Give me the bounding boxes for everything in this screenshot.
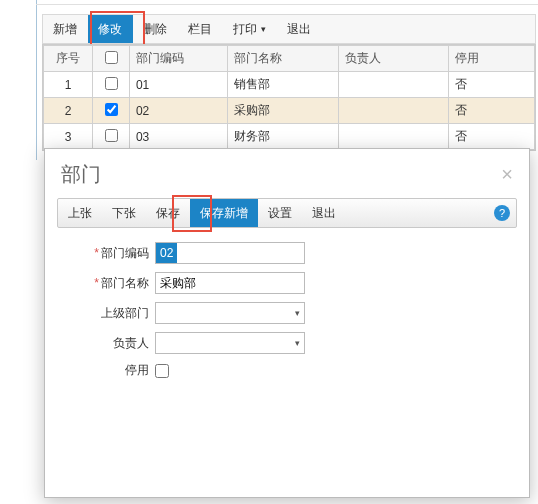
table-row[interactable]: 1 01 销售部 否: [44, 72, 535, 98]
toolbar-column-button[interactable]: 栏目: [178, 15, 223, 43]
dialog-toolbar: 上张 下张 保存 保存新增 设置 退出 ?: [57, 198, 517, 228]
cell-seq: 2: [44, 98, 93, 124]
help-icon[interactable]: ?: [494, 205, 510, 221]
select-all-checkbox[interactable]: [105, 51, 118, 64]
dialog-settings-button[interactable]: 设置: [258, 199, 302, 227]
cell-owner: [338, 72, 448, 98]
cell-disabled: 否: [449, 124, 535, 150]
owner-select[interactable]: ▾: [155, 332, 305, 354]
close-icon[interactable]: ×: [501, 163, 513, 186]
cell-name: 销售部: [228, 72, 338, 98]
table-row[interactable]: 2 02 采购部 否: [44, 98, 535, 124]
chevron-down-icon: ▾: [295, 308, 300, 318]
cell-disabled: 否: [449, 98, 535, 124]
dialog-save-new-button[interactable]: 保存新增: [190, 199, 258, 227]
cell-owner: [338, 98, 448, 124]
row-checkbox[interactable]: [105, 77, 118, 90]
dialog-exit-button[interactable]: 退出: [302, 199, 346, 227]
toolbar-delete-button[interactable]: 删除: [133, 15, 178, 43]
toolbar-add-button[interactable]: 新增: [43, 15, 88, 43]
chevron-down-icon: ▾: [295, 338, 300, 348]
col-disabled[interactable]: 停用: [449, 46, 535, 72]
toolbar-edit-button[interactable]: 修改: [88, 15, 133, 43]
col-name[interactable]: 部门名称: [228, 46, 338, 72]
col-owner[interactable]: 负责人: [338, 46, 448, 72]
code-input-value: 02: [156, 243, 177, 263]
cell-code: 03: [129, 124, 227, 150]
cell-seq: 3: [44, 124, 93, 150]
code-label: 部门编码: [101, 246, 149, 260]
department-form: *部门编码 02 *部门名称 上级部门 ▾ 负责人 ▾ 停用: [45, 228, 529, 401]
disabled-label: 停用: [125, 363, 149, 377]
parent-label: 上级部门: [101, 306, 149, 320]
cell-seq: 1: [44, 72, 93, 98]
department-dialog: 部门 × 上张 下张 保存 保存新增 设置 退出 ? *部门编码 02 *部门名…: [44, 148, 530, 498]
table-row[interactable]: 3 03 财务部 否: [44, 124, 535, 150]
cell-code: 01: [129, 72, 227, 98]
cell-name: 财务部: [228, 124, 338, 150]
main-toolbar: 新增 修改 删除 栏目 打印 ▾ 退出: [42, 14, 536, 44]
toolbar-exit-button[interactable]: 退出: [277, 15, 322, 43]
cell-code: 02: [129, 98, 227, 124]
cell-owner: [338, 124, 448, 150]
parent-select[interactable]: ▾: [155, 302, 305, 324]
col-code[interactable]: 部门编码: [129, 46, 227, 72]
cell-name: 采购部: [228, 98, 338, 124]
col-checkbox[interactable]: [93, 46, 130, 72]
code-input-wrapper[interactable]: 02: [155, 242, 305, 264]
owner-label: 负责人: [113, 336, 149, 350]
dialog-next-button[interactable]: 下张: [102, 199, 146, 227]
name-input[interactable]: [155, 272, 305, 294]
dialog-prev-button[interactable]: 上张: [58, 199, 102, 227]
row-checkbox[interactable]: [105, 103, 118, 116]
toolbar-print-label: 打印: [233, 21, 257, 38]
toolbar-print-button[interactable]: 打印 ▾: [223, 15, 277, 43]
row-checkbox[interactable]: [105, 129, 118, 142]
dialog-save-button[interactable]: 保存: [146, 199, 190, 227]
cell-disabled: 否: [449, 72, 535, 98]
chevron-down-icon: ▾: [261, 24, 266, 34]
dialog-title-text: 部门: [61, 161, 101, 188]
disabled-checkbox[interactable]: [155, 364, 169, 378]
col-seq[interactable]: 序号: [44, 46, 93, 72]
department-grid: 序号 部门编码 部门名称 负责人 停用 1 01 销售部 否 2 02 采购部 …: [42, 44, 536, 151]
name-label: 部门名称: [101, 276, 149, 290]
